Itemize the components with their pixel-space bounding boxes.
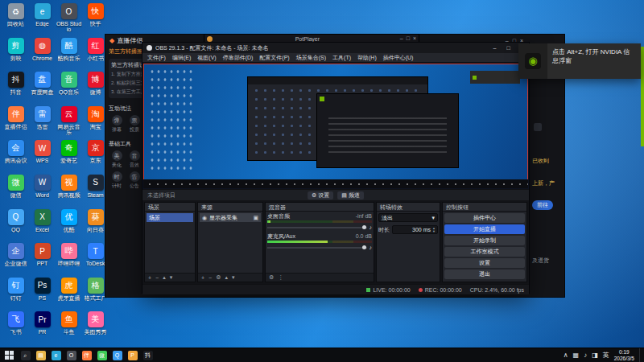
panel-action-icon[interactable]: ⋮ bbox=[278, 274, 283, 281]
panel-action-icon[interactable]: ▴ bbox=[163, 274, 166, 281]
desktop-icon[interactable]: 美 美图秀秀 bbox=[82, 311, 109, 346]
transition-select[interactable]: 淡出 ▾ bbox=[378, 213, 438, 222]
lock-icon[interactable]: ▣ bbox=[253, 215, 258, 221]
desktop-icon[interactable]: 奇 爱奇艺 bbox=[56, 140, 82, 175]
desktop-icon[interactable]: X Excel bbox=[29, 209, 56, 244]
source-list-item[interactable]: ◉ 显示器采集 ▣ bbox=[200, 213, 261, 222]
taskbar-app-button[interactable]: 伴 bbox=[79, 348, 94, 362]
panel-action-icon[interactable]: ⚙ bbox=[269, 274, 274, 281]
menu-item[interactable]: 场景集合(S) bbox=[296, 54, 326, 62]
taskbar-app-button[interactable]: ⌕ bbox=[18, 348, 33, 362]
desktop-icon[interactable]: 优 优酷 bbox=[56, 209, 82, 244]
desktop-icon[interactable]: ♻ 回收站 bbox=[2, 3, 29, 38]
taskbar-app-button[interactable]: ▤ bbox=[33, 348, 48, 362]
panel-action-icon[interactable]: ▴ bbox=[225, 274, 228, 281]
tray-icon[interactable]: ◨ bbox=[592, 348, 598, 362]
tray-icon[interactable]: ♪ bbox=[584, 348, 587, 362]
basic-tool[interactable]: 时 计时 bbox=[109, 171, 125, 190]
desktop-icon[interactable]: 酷 酷狗音乐 bbox=[56, 38, 82, 72]
volume-slider[interactable]: ♪ bbox=[267, 224, 372, 230]
speaker-icon[interactable]: ♪ bbox=[369, 224, 373, 230]
panel-action-icon[interactable]: ▾ bbox=[170, 274, 173, 281]
taskbar-app-button[interactable]: e bbox=[48, 348, 64, 362]
menu-item[interactable]: 视图(V) bbox=[197, 54, 216, 62]
taskbar-app-button[interactable]: Q bbox=[109, 348, 125, 362]
slider-knob[interactable] bbox=[362, 245, 366, 249]
menu-item[interactable]: 停靠部件(D) bbox=[223, 54, 254, 62]
panel-action-icon[interactable]: ▾ bbox=[232, 274, 235, 281]
desktop-icon[interactable]: P PPT bbox=[29, 243, 56, 278]
desktop-icon[interactable]: 企 企业微信 bbox=[2, 243, 29, 278]
panel-action-icon[interactable]: + bbox=[201, 275, 204, 281]
tray-icon[interactable]: ▦ bbox=[573, 348, 580, 362]
taskbar-app-button[interactable]: P bbox=[125, 348, 140, 362]
menu-item[interactable]: 文件(F) bbox=[147, 54, 166, 62]
obs-titlebar[interactable]: OBS 29.1.3 - 配置文件: 未命名 - 场景: 未命名 –□× bbox=[142, 43, 529, 53]
desktop-icon[interactable]: 快 快手 bbox=[82, 3, 109, 38]
desktop-icon[interactable]: 会 腾讯会议 bbox=[2, 140, 29, 175]
desktop-icon[interactable]: W WPS bbox=[29, 140, 56, 175]
window-button[interactable]: – bbox=[488, 43, 502, 53]
desktop-icon[interactable]: Pr PR bbox=[29, 311, 56, 346]
menu-item[interactable]: 插件中心(U) bbox=[383, 54, 414, 62]
nvidia-toast[interactable]: ◉ 点击 Alt+Z, 打开 NVIDIA 信息浮窗 bbox=[518, 43, 641, 79]
plugin-settings-button[interactable]: ⚙ 设置 bbox=[308, 191, 333, 200]
control-button[interactable]: 开始录制 bbox=[444, 236, 525, 245]
panel-action-icon[interactable]: ⚙ bbox=[216, 274, 221, 281]
control-button[interactable]: 工作室模式 bbox=[444, 247, 525, 257]
panel-action-icon[interactable]: − bbox=[155, 275, 159, 281]
slider-knob[interactable] bbox=[362, 225, 366, 229]
taskbar-app-button[interactable]: 微 bbox=[94, 348, 109, 362]
taskbar-clock[interactable]: 0:19 2026/3/5 bbox=[614, 349, 634, 362]
basic-tool[interactable]: 告 公告 bbox=[126, 171, 142, 190]
desktop-icon[interactable]: 虎 虎牙直播 bbox=[56, 278, 82, 312]
menu-item[interactable]: 编辑(E) bbox=[172, 54, 191, 62]
control-button[interactable]: 设置 bbox=[444, 258, 525, 268]
goto-button[interactable]: 前往 bbox=[532, 200, 553, 210]
visibility-eye-icon[interactable]: ◉ bbox=[202, 215, 207, 221]
desktop-icon[interactable]: Q QQ bbox=[2, 209, 29, 244]
volume-slider[interactable]: ♪ bbox=[267, 245, 372, 250]
plugin-channel-button[interactable]: ▤ 频道 bbox=[337, 191, 364, 200]
control-button[interactable]: 插件中心 bbox=[444, 213, 525, 223]
desktop-icon[interactable]: 剪 剪映 bbox=[2, 38, 29, 72]
desktop-icon[interactable]: ◍ Chrome bbox=[29, 38, 56, 72]
panel-action-icon[interactable]: + bbox=[148, 275, 151, 281]
interactive-tool[interactable]: 票 投票 bbox=[126, 115, 142, 134]
window-button[interactable]: □ bbox=[502, 43, 515, 53]
desktop-icon[interactable]: 鱼 斗鱼 bbox=[56, 311, 82, 346]
spin-down-icon[interactable]: ▼ bbox=[432, 230, 436, 233]
control-button[interactable]: 退出 bbox=[444, 269, 525, 279]
desktop-icon[interactable]: 雷 迅雷 bbox=[29, 106, 56, 141]
desktop-icon[interactable]: 音 QQ音乐 bbox=[56, 72, 82, 106]
desktop-icon[interactable]: 哔 哔哩哔哩 bbox=[56, 243, 82, 278]
desktop-icon[interactable]: 抖 抖音 bbox=[2, 72, 29, 106]
desktop-icon[interactable]: 盘 百度网盘 bbox=[29, 72, 56, 106]
tab-third-party-push[interactable]: 第三方转播推流 bbox=[109, 47, 142, 56]
desktop-icon[interactable]: 伴 直播伴侣 bbox=[2, 106, 29, 141]
desktop-icon[interactable]: W Word bbox=[29, 175, 56, 209]
basic-tool[interactable]: 音 音效 bbox=[126, 150, 142, 169]
desktop-icon[interactable]: Ps PS bbox=[29, 278, 56, 312]
desktop-icon[interactable]: 钉 钉钉 bbox=[2, 278, 29, 312]
scene-list-item[interactable]: 场景 bbox=[147, 213, 193, 222]
menu-item[interactable]: 帮助(H) bbox=[357, 54, 377, 62]
taskbar-app-button[interactable]: 抖 bbox=[140, 348, 155, 362]
desktop-icon[interactable]: 视 腾讯视频 bbox=[56, 175, 82, 209]
desktop-icon[interactable]: 微 微信 bbox=[2, 175, 29, 209]
desktop-icon[interactable]: 飞 飞书 bbox=[2, 311, 29, 346]
duration-spinner[interactable]: 300 ms ▲ ▼ bbox=[392, 225, 438, 234]
input-language-indicator[interactable]: 英 bbox=[603, 351, 609, 360]
speaker-icon[interactable]: ♪ bbox=[369, 245, 373, 250]
basic-tool[interactable]: 美 美化 bbox=[109, 150, 125, 169]
panel-action-icon[interactable]: − bbox=[208, 275, 212, 281]
taskbar-app-button[interactable]: O bbox=[64, 348, 79, 362]
screen-capture-source[interactable] bbox=[143, 64, 528, 188]
start-button[interactable] bbox=[0, 348, 18, 362]
menu-item[interactable]: 工具(T) bbox=[332, 54, 351, 62]
show-desktop-button[interactable] bbox=[639, 348, 642, 362]
desktop-icon[interactable]: 云 网易云音乐 bbox=[56, 106, 82, 141]
preview-canvas[interactable] bbox=[142, 63, 529, 189]
desktop-icon[interactable]: e Edge bbox=[29, 3, 56, 38]
menu-item[interactable]: 配置文件(P) bbox=[259, 54, 289, 62]
